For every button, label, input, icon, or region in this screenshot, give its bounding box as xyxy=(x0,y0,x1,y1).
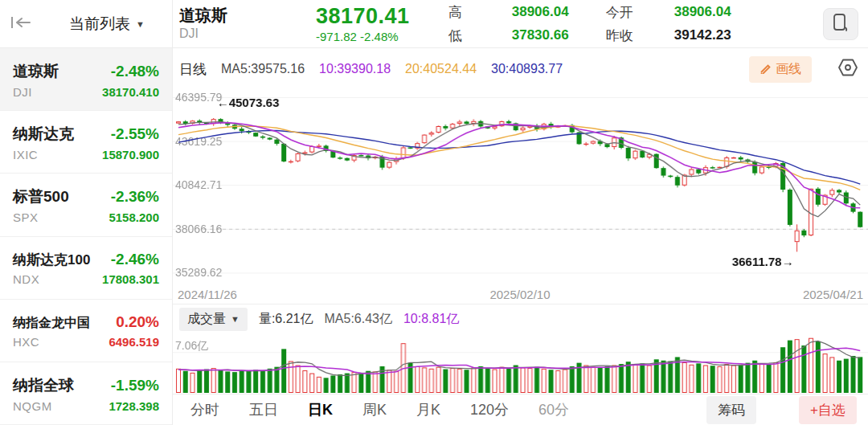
volume-ma10-readout: 10:8.81亿 xyxy=(403,311,459,328)
stat-high: 高 38906.04 xyxy=(448,3,569,22)
index-value: 5158.200 xyxy=(108,210,159,224)
stat-value: 37830.66 xyxy=(485,27,569,43)
sidebar-item-ndx[interactable]: 纳斯达克100-2.46% NDX17808.301 xyxy=(0,237,172,300)
index-name: 纳斯达克100 xyxy=(13,251,90,269)
volume-header: 成交量 ▼ 量:6.21亿 MA5:6.43亿 10:8.81亿 xyxy=(173,304,868,333)
tab-weekly-k[interactable]: 周K xyxy=(362,400,387,419)
last-price: 38170.41 xyxy=(316,4,410,29)
add-to-watchlist-button[interactable]: +自选 xyxy=(799,396,857,424)
price-change: -971.82 -2.48% xyxy=(316,30,410,43)
index-watchlist: 道琼斯-2.48% DJI38170.410 纳斯达克-2.55% IXIC15… xyxy=(0,48,173,425)
tab-120min[interactable]: 120分 xyxy=(470,400,509,419)
period-tab-bar: 分时 五日 日K 周K 月K 120分 60分 筹码 +自选 xyxy=(173,394,868,425)
index-pct: -2.46% xyxy=(111,251,159,268)
index-name: 纳斯达克 xyxy=(13,124,74,145)
ma30-readout: 30:40893.77 xyxy=(491,62,563,76)
quote-stats-open-prev: 今开 38906.04 昨收 39142.23 xyxy=(606,3,731,45)
volume-selector-label: 成交量 xyxy=(187,311,226,328)
index-value: 1728.398 xyxy=(108,399,159,413)
quote-name-block: 道琼斯 DJI xyxy=(179,6,227,41)
index-name: 标普500 xyxy=(13,186,69,207)
stat-label: 今开 xyxy=(606,3,648,22)
watchlist-selector[interactable]: 当前列表 ▼ xyxy=(42,14,172,35)
tab-minute[interactable]: 分时 xyxy=(190,400,219,419)
watchlist-selector-label: 当前列表 xyxy=(69,14,130,35)
index-name: 道琼斯 xyxy=(13,61,59,82)
stat-value: 39142.23 xyxy=(648,27,731,43)
index-value: 15870.900 xyxy=(102,148,159,161)
volume-readout: 量:6.21亿 xyxy=(259,311,313,328)
x-tick-end: 2025/04/21 xyxy=(803,288,863,301)
index-code: NDX xyxy=(13,272,39,286)
draw-line-label: 画线 xyxy=(776,61,801,78)
quote-name: 道琼斯 xyxy=(179,6,227,25)
sidebar-item-nqgm[interactable]: 纳指全球-1.59% NQGM1728.398 xyxy=(0,362,172,425)
hexagon-gear-icon xyxy=(837,57,858,81)
chart-toolbar: 日线 MA5:39575.16 10:39390.18 20:40524.44 … xyxy=(173,48,868,90)
tab-60min[interactable]: 60分 xyxy=(538,400,569,419)
candlestick-chart-canvas[interactable] xyxy=(173,90,868,285)
chart-panel: 日线 MA5:39575.16 10:39390.18 20:40524.44 … xyxy=(173,48,868,425)
ma20-readout: 20:40524.44 xyxy=(405,62,477,76)
ma10-readout: 10:39390.18 xyxy=(319,62,391,76)
chevron-down-icon: ▼ xyxy=(231,314,240,324)
index-code: HXC xyxy=(13,335,39,349)
sidebar-item-spx[interactable]: 标普500-2.36% SPX5158.200 xyxy=(0,174,172,236)
index-name: 纳指全球 xyxy=(13,375,74,396)
stat-value: 38906.04 xyxy=(648,4,731,20)
stat-open: 今开 38906.04 xyxy=(606,3,731,22)
stat-label: 高 xyxy=(448,3,485,22)
index-code: IXIC xyxy=(13,148,38,161)
index-pct: -2.36% xyxy=(111,188,159,206)
tab-five-day[interactable]: 五日 xyxy=(249,400,278,419)
stat-label: 低 xyxy=(448,27,485,45)
stat-low: 低 37830.66 xyxy=(448,27,569,45)
pencil-icon xyxy=(760,62,772,77)
index-value: 38170.410 xyxy=(102,85,159,99)
stat-value: 38906.04 xyxy=(485,4,569,20)
index-pct: 0.20% xyxy=(116,313,159,331)
rotate-phone-icon xyxy=(832,13,850,35)
index-pct: -2.55% xyxy=(111,125,159,143)
index-pct: -1.59% xyxy=(111,377,159,394)
chevron-down-icon: ▼ xyxy=(136,19,145,29)
quote-stats-high-low: 高 38906.04 低 37830.66 xyxy=(448,3,569,45)
quote-code: DJI xyxy=(179,27,227,41)
rotate-screen-button[interactable] xyxy=(823,8,858,40)
stat-prev-close: 昨收 39142.23 xyxy=(606,27,731,45)
volume-ma5-readout: MA5:6.43亿 xyxy=(324,311,391,328)
quote-header: 道琼斯 DJI 38170.41 -971.82 -2.48% 高 38906.… xyxy=(173,0,868,47)
top-bar: 当前列表 ▼ 道琼斯 DJI 38170.41 -971.82 -2.48% 高… xyxy=(0,0,868,48)
volume-chart-canvas[interactable] xyxy=(173,333,868,394)
index-value: 17808.301 xyxy=(102,272,159,286)
index-code: NQGM xyxy=(13,399,52,413)
period-label[interactable]: 日线 xyxy=(179,60,207,79)
volume-indicator-selector[interactable]: 成交量 ▼ xyxy=(179,308,248,331)
index-name: 纳指金龙中国 xyxy=(13,315,90,332)
sidebar-item-hxc[interactable]: 纳指金龙中国0.20% HXC6496.519 xyxy=(0,300,172,362)
x-tick-middle: 2025/02/10 xyxy=(489,288,550,301)
draw-line-button[interactable]: 画线 xyxy=(749,56,812,83)
sidebar-item-dji[interactable]: 道琼斯-2.48% DJI38170.410 xyxy=(0,48,172,111)
index-code: SPX xyxy=(13,210,39,224)
list-header: 当前列表 ▼ xyxy=(0,0,173,47)
chip-distribution-button[interactable]: 筹码 xyxy=(706,396,756,424)
sidebar-item-ixic[interactable]: 纳斯达克-2.55% IXIC15870.900 xyxy=(0,111,172,174)
collapse-sidebar-button[interactable] xyxy=(0,15,42,33)
chart-settings-button[interactable] xyxy=(837,57,858,81)
index-code: DJI xyxy=(13,85,32,99)
x-axis: 2024/11/26 2025/02/10 2025/04/21 xyxy=(173,285,868,304)
quote-price-block: 38170.41 -971.82 -2.48% xyxy=(316,4,410,43)
ma5-readout: MA5:39575.16 xyxy=(221,62,305,76)
x-tick-start: 2024/11/26 xyxy=(178,288,237,301)
collapse-left-icon xyxy=(10,15,31,33)
stock-app: 当前列表 ▼ 道琼斯 DJI 38170.41 -971.82 -2.48% 高… xyxy=(0,0,868,425)
index-value: 6496.519 xyxy=(108,335,159,349)
tab-daily-k[interactable]: 日K xyxy=(308,400,333,419)
tab-monthly-k[interactable]: 月K xyxy=(416,400,440,419)
stat-label: 昨收 xyxy=(606,27,648,45)
index-pct: -2.48% xyxy=(111,63,159,80)
